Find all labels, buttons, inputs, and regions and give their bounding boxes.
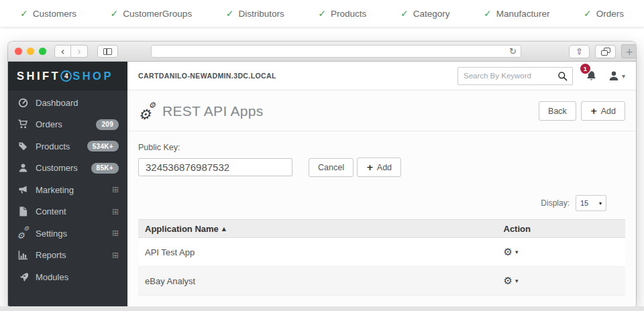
sidebar-item-settings[interactable]: ⚙⚙ Settings ⊞ — [8, 223, 127, 245]
app-name: eBay Analyst — [138, 276, 504, 286]
notification-count-badge: 1 — [580, 64, 590, 74]
status-label: Customers — [33, 9, 76, 19]
dashboard-icon — [17, 98, 29, 108]
screen: ✓Customers ✓CustomerGroups ✓Distributors… — [0, 0, 644, 311]
status-label: Products — [331, 9, 366, 19]
sidebar-item-label: Customers — [36, 163, 78, 173]
status-label: Manufacturer — [496, 9, 550, 19]
chevron-down-icon: ▾ — [515, 277, 519, 284]
zoom-window-button[interactable] — [39, 48, 46, 55]
orders-count-badge: 209 — [96, 119, 119, 130]
tab-overview-button[interactable] — [595, 45, 616, 58]
plus-icon: + — [590, 106, 598, 116]
admin-topbar: CARTDANILO-NEWADMIN.3DC.LOCAL 1 — [127, 62, 636, 90]
share-button[interactable]: ⇧ — [569, 45, 590, 58]
status-item-category[interactable]: ✓Category — [400, 8, 450, 19]
status-label: Distributors — [238, 9, 284, 19]
gear-icon: ⚙ — [504, 247, 513, 257]
shift4shop-logo[interactable]: SHIFT 4 SHOP — [8, 62, 127, 90]
logo-text-shift: SHIFT — [17, 70, 60, 82]
address-input[interactable] — [152, 46, 521, 57]
check-icon: ✓ — [318, 8, 326, 19]
cart-icon — [17, 119, 29, 129]
desktop-bottom-strip — [0, 306, 644, 311]
rocket-icon — [17, 272, 29, 282]
user-menu-button[interactable]: ▾ — [608, 70, 625, 81]
refresh-icon[interactable]: ↻ — [509, 46, 517, 56]
expand-icon[interactable]: ⊞ — [112, 229, 119, 238]
expand-icon[interactable]: ⊞ — [112, 251, 119, 260]
sidebar-item-label: Orders — [36, 119, 62, 129]
customers-count-badge: 85K+ — [91, 163, 119, 174]
sidebar-item-label: Products — [36, 141, 70, 151]
chevron-down-icon: ▾ — [515, 249, 519, 255]
search-input[interactable] — [458, 72, 557, 80]
display-select[interactable]: 15 ▾ — [576, 195, 606, 211]
public-key-input[interactable] — [138, 158, 292, 176]
status-item-customers[interactable]: ✓Customers — [20, 8, 76, 19]
sidebar-item-label: Reports — [36, 250, 66, 260]
row-action-menu[interactable]: ⚙ ▾ — [504, 276, 626, 286]
share-icon: ⇧ — [576, 46, 583, 56]
sidebar-item-customers[interactable]: Customers 85K+ — [8, 158, 127, 180]
status-label: CustomerGroups — [123, 9, 192, 19]
page-content: ⚙⚙ REST API Apps Back +Add Public Key: C… — [127, 90, 636, 306]
expand-icon[interactable]: ⊞ — [112, 207, 119, 216]
row-action-menu[interactable]: ⚙ ▾ — [504, 247, 626, 257]
add-button[interactable]: +Add — [581, 101, 625, 121]
public-key-label: Public Key: — [138, 143, 625, 152]
address-bar[interactable]: ↻ — [151, 45, 521, 58]
table-row: eBay Analyst ⚙ ▾ — [138, 267, 625, 296]
gears-icon: ⚙⚙ — [17, 228, 29, 239]
browser-back-button[interactable]: ‹ — [54, 45, 71, 58]
user-avatar-icon — [608, 70, 619, 81]
sidebar: SHIFT 4 SHOP Dashboard — [8, 62, 127, 306]
topbar-right: 1 ▾ — [458, 67, 625, 85]
back-button[interactable]: Back — [539, 101, 576, 121]
form-add-button[interactable]: +Add — [357, 158, 401, 177]
sidebar-item-label: Dashboard — [36, 98, 78, 108]
sidebar-item-dashboard[interactable]: Dashboard — [8, 92, 127, 114]
sidebar-menu: Dashboard Orders 209 Products — [8, 90, 127, 306]
status-label: Category — [413, 9, 450, 19]
browser-window: ‹ › ↻ ⇧ + SHIFT 4 SHOP — [8, 42, 636, 306]
check-icon: ✓ — [484, 8, 492, 19]
sidebar-item-reports[interactable]: Reports ⊞ — [8, 245, 127, 267]
expand-icon[interactable]: ⊞ — [112, 185, 119, 194]
sidebar-item-content[interactable]: Content ⊞ — [8, 201, 127, 223]
sidebar-item-modules[interactable]: Modules — [8, 266, 127, 288]
status-item-products[interactable]: ✓Products — [318, 8, 366, 19]
status-item-orders[interactable]: ✓Orders — [584, 8, 624, 19]
search-icon[interactable] — [557, 71, 572, 81]
header-actions: Back +Add — [539, 101, 625, 121]
logo-four-circle: 4 — [60, 70, 72, 82]
column-application-name[interactable]: Application Name ▲ — [138, 224, 504, 234]
status-item-manufacturer[interactable]: ✓Manufacturer — [484, 8, 549, 19]
status-item-customergroups[interactable]: ✓CustomerGroups — [111, 8, 193, 19]
cancel-button[interactable]: Cancel — [309, 158, 354, 177]
display-row: Display: 15 ▾ — [138, 195, 625, 211]
status-strip: ✓Customers ✓CustomerGroups ✓Distributors… — [0, 0, 644, 27]
gear-icon: ⚙ — [504, 276, 513, 286]
page-header: ⚙⚙ REST API Apps Back +Add — [127, 90, 636, 131]
chevron-down-icon: ▾ — [599, 200, 602, 206]
display-label: Display: — [541, 198, 570, 208]
check-icon: ✓ — [226, 8, 234, 19]
close-window-button[interactable] — [15, 48, 22, 55]
user-icon — [17, 163, 29, 173]
sidebar-toggle-button[interactable] — [97, 45, 118, 58]
new-tab-button[interactable]: + — [621, 44, 636, 58]
status-item-distributors[interactable]: ✓Distributors — [226, 8, 284, 19]
sidebar-item-marketing[interactable]: Marketing ⊞ — [8, 179, 127, 201]
tabs-icon — [601, 48, 610, 56]
sidebar-item-products[interactable]: Products 534K+ — [8, 135, 127, 158]
sidebar-item-orders[interactable]: Orders 209 — [8, 114, 127, 136]
minimize-window-button[interactable] — [27, 48, 34, 55]
megaphone-icon — [17, 185, 29, 195]
notifications-button[interactable]: 1 — [586, 70, 597, 82]
browser-chrome: ‹ › ↻ ⇧ + — [8, 42, 636, 62]
sidebar-item-label: Content — [36, 206, 66, 216]
gears-title-icon: ⚙⚙ — [138, 103, 158, 120]
browser-forward-button[interactable]: › — [71, 45, 88, 58]
keyword-search — [458, 67, 573, 85]
